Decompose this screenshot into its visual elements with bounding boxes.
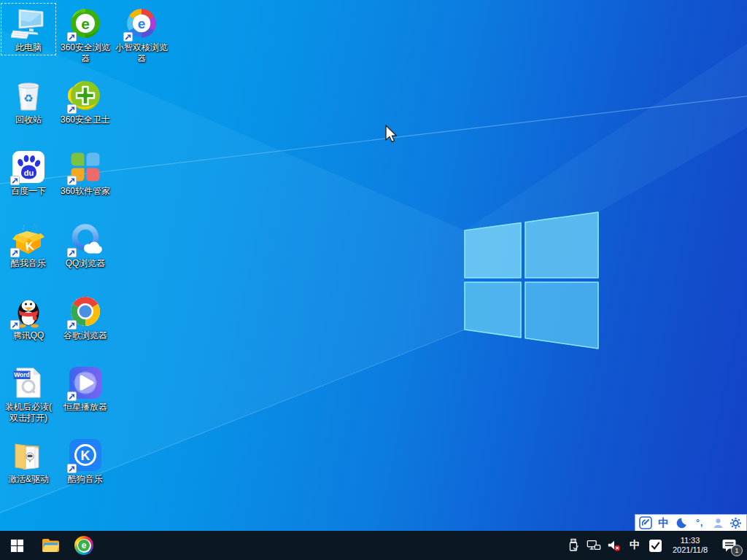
svg-text:♻: ♻ [23,92,33,105]
icon-label: QQ浏览器 [66,258,106,269]
shortcut-overlay [67,104,77,114]
icon-label: 腾讯QQ [13,330,44,341]
clock-time: 11:33 [668,536,712,545]
notification-count-badge: 1 [731,545,743,556]
desktop-icon-kuwo-music[interactable]: ♫ ♪ K 酷我音乐 [1,219,56,271]
network-status-icon[interactable] [587,537,601,554]
desktop-icon-recycle-bin[interactable]: ♻ 回收站 [1,75,56,128]
icon-label: 激活&驱动 [8,474,49,485]
shortcut-arrow-icon [68,392,76,400]
shortcut-arrow-icon [68,105,76,113]
word-art: Word [11,365,46,400]
shortcut-overlay [10,248,20,257]
svg-text:e: e [138,16,146,31]
shortcut-overlay [10,176,20,185]
ime-status-icon[interactable] [639,516,652,530]
shortcut-overlay [123,32,133,42]
desktop-icon-readme-after-install[interactable]: Word 装机后必读( 双击打开) [1,362,56,426]
shortcut-arrow-icon [68,464,76,472]
desktop-icon-xiaozhi-dual-core-browser[interactable]: e 小智双核浏览 器 [114,3,169,66]
safe360-art [68,78,103,113]
shortcut-arrow-icon [11,249,19,257]
ime-tray-indicator[interactable]: 中 [627,537,642,554]
icon-label: 360安全浏览 器 [61,42,110,64]
se360-art: e [68,6,103,41]
taskbar-360-browser-button[interactable]: e [67,531,101,560]
kuwo-art: ♫ ♪ K [11,222,46,257]
ime-chinese-mode-icon[interactable]: 中 [657,516,670,530]
icon-label: 恒星播放器 [63,402,107,413]
shortcut-arrow-icon [124,33,132,41]
baidu-art: du [11,149,46,184]
ime-account-icon[interactable] [711,516,724,530]
shortcut-overlay [67,392,77,401]
shortcut-overlay [10,320,20,330]
shortcut-overlay [67,176,77,185]
qq-art [11,294,46,329]
icon-label: 百度一下 [11,186,46,197]
ime-punctuation-icon[interactable]: °, [693,516,706,530]
svg-text:e: e [81,15,90,32]
chrome-art [68,294,103,329]
shortcut-overlay [67,32,77,42]
360-browser-icon: e [74,536,93,555]
this-pc-art [11,6,46,41]
shortcut-overlay [67,320,77,330]
xiaozhi-art: e [124,6,159,41]
svg-text:K: K [81,448,90,463]
desktop[interactable]: 此电脑 ♻ 回收站 du 百度一下 ♫ ♪ K 酷我音乐 腾讯QQ Word 装… [0,0,747,560]
recycle-bin-art: ♻ [11,78,46,113]
desktop-icon-activation-and-drivers[interactable]: 激活&驱动 [1,435,56,487]
shortcut-arrow-icon [68,249,76,257]
360-tray-icon[interactable] [648,537,662,554]
qqbrowser-art [68,222,103,257]
icon-label: 小智双核浏览 器 [115,42,168,64]
shortcut-overlay [67,464,77,473]
folder-art [11,438,46,472]
shortcut-overlay [67,248,77,257]
ime-fullwidth-moon-icon[interactable] [676,516,689,530]
desktop-icon-this-pc[interactable]: 此电脑 [1,3,56,55]
this-pc-icon [11,6,46,41]
shortcut-arrow-icon [11,176,19,184]
shortcut-arrow-icon [68,176,76,184]
shortcut-arrow-icon [68,33,76,41]
start-button[interactable] [0,531,34,560]
word-readme-icon: Word [11,365,46,400]
icon-label: 回收站 [15,114,42,125]
sw360-art [68,149,103,184]
icon-label: 酷我音乐 [11,258,46,269]
shortcut-arrow-icon [11,321,19,329]
hengxing-art [68,365,103,400]
desktop-icon-kugou-music[interactable]: K 酷狗音乐 [58,435,113,487]
icon-label: 360安全卫士 [61,114,110,125]
volume-muted-icon[interactable] [607,537,622,554]
mouse-cursor [384,124,398,146]
desktop-icon-baidu-search[interactable]: du 百度一下 [1,147,56,199]
ime-language-bar[interactable]: 中 °, [635,514,747,532]
taskbar-file-explorer-button[interactable] [34,531,67,560]
kugou-art: K [68,438,103,472]
svg-text:Word: Word [14,371,30,378]
usb-device-icon[interactable] [566,537,581,554]
shortcut-arrow-icon [68,321,76,329]
icon-label: 此电脑 [15,42,42,53]
taskbar: e [0,531,747,560]
desktop-icon-google-chrome[interactable]: 谷歌浏览器 [58,291,113,343]
desktop-icon-360-software-manager[interactable]: 360软件管家 [58,147,113,199]
desktop-icon-tencent-qq[interactable]: 腾讯QQ [1,291,56,343]
icon-label: 装机后必读( 双击打开) [5,402,52,424]
desktop-icon-qq-browser[interactable]: QQ浏览器 [58,219,113,271]
icon-label: 360软件管家 [61,186,110,197]
recycle-bin-icon: ♻ [11,78,46,113]
ime-settings-gear-icon[interactable] [729,516,743,530]
desktop-icon-360-secure-browser[interactable]: e 360安全浏览 器 [58,3,113,66]
icon-label: 谷歌浏览器 [63,330,107,341]
icon-label: 酷狗音乐 [68,474,103,485]
clock-date: 2021/11/8 [668,545,712,555]
action-center-button[interactable]: 1 [718,534,741,556]
svg-text:♪: ♪ [21,224,26,231]
desktop-icon-hengxing-player[interactable]: 恒星播放器 [58,362,113,415]
desktop-icon-360-safeguard[interactable]: 360安全卫士 [58,75,113,128]
taskbar-clock[interactable]: 11:33 2021/11/8 [668,536,712,555]
